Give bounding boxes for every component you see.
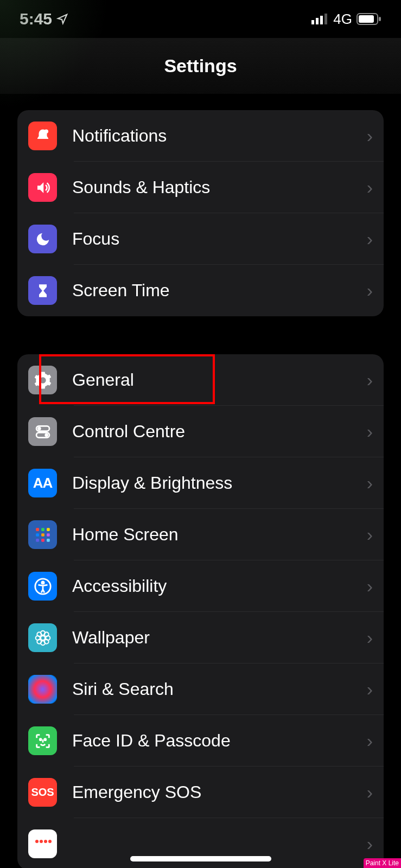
row-label: Sounds & Haptics	[72, 177, 367, 197]
network-label: 4G	[333, 11, 352, 28]
row-label: Face ID & Passcode	[72, 731, 367, 751]
gear-icon	[28, 366, 57, 394]
svg-rect-1	[316, 18, 319, 24]
row-label: Home Screen	[72, 525, 367, 545]
svg-rect-18	[36, 539, 39, 542]
apps-icon	[28, 520, 57, 549]
chevron-right-icon: ›	[367, 228, 373, 250]
svg-rect-17	[47, 533, 50, 537]
siri-icon	[28, 675, 57, 704]
svg-rect-2	[320, 16, 323, 24]
row-general[interactable]: General ›	[17, 354, 384, 406]
home-indicator[interactable]	[130, 856, 271, 861]
status-bar: 5:45 4G	[0, 0, 401, 38]
row-focus[interactable]: Focus ›	[17, 213, 384, 265]
row-homescreen[interactable]: Home Screen ›	[17, 509, 384, 560]
row-label: Notifications	[72, 126, 367, 146]
row-accessibility[interactable]: Accessibility ›	[17, 560, 384, 612]
svg-rect-13	[41, 528, 44, 531]
svg-point-9	[37, 426, 41, 430]
aa-icon: AA	[28, 469, 57, 497]
chevron-right-icon: ›	[367, 782, 373, 803]
svg-rect-5	[359, 15, 374, 23]
hourglass-icon	[28, 276, 57, 305]
row-controlcentre[interactable]: Control Centre ›	[17, 406, 384, 457]
accessibility-icon	[28, 572, 57, 601]
chevron-right-icon: ›	[367, 177, 373, 198]
row-display[interactable]: AA Display & Brightness ›	[17, 457, 384, 509]
svg-rect-20	[47, 539, 50, 542]
row-screentime[interactable]: Screen Time ›	[17, 265, 384, 316]
chevron-right-icon: ›	[367, 280, 373, 301]
row-label: Screen Time	[72, 280, 367, 301]
svg-point-37	[48, 840, 52, 843]
moon-icon	[28, 225, 57, 253]
location-icon	[56, 13, 68, 25]
status-left: 5:45	[20, 10, 68, 28]
chevron-right-icon: ›	[367, 576, 373, 597]
settings-group-2: General › Control Centre › AA Display & …	[17, 354, 384, 868]
chevron-right-icon: ›	[367, 730, 373, 751]
svg-point-36	[44, 840, 47, 843]
row-label: Emergency SOS	[72, 782, 367, 802]
svg-point-34	[35, 840, 39, 843]
svg-point-32	[40, 738, 41, 740]
status-right: 4G	[311, 11, 381, 28]
chevron-right-icon: ›	[367, 125, 373, 146]
battery-icon	[357, 13, 381, 25]
svg-point-7	[44, 129, 48, 133]
row-faceid[interactable]: Face ID & Passcode ›	[17, 715, 384, 767]
bell-icon	[28, 122, 57, 150]
chevron-right-icon: ›	[367, 421, 373, 442]
row-label: Control Centre	[72, 422, 367, 442]
row-notifications[interactable]: Notifications ›	[17, 110, 384, 162]
svg-rect-14	[47, 528, 50, 531]
row-sounds[interactable]: Sounds & Haptics ›	[17, 162, 384, 213]
row-label: Focus	[72, 229, 367, 249]
watermark: Paint X Lite	[364, 858, 401, 868]
chevron-right-icon: ›	[367, 627, 373, 648]
svg-rect-12	[36, 528, 39, 531]
row-sos[interactable]: SOS Emergency SOS ›	[17, 767, 384, 818]
row-label: General	[72, 370, 367, 390]
clock: 5:45	[20, 10, 52, 28]
svg-rect-3	[324, 14, 327, 24]
chevron-right-icon: ›	[367, 369, 373, 391]
chevron-right-icon: ›	[367, 524, 373, 545]
svg-point-33	[44, 738, 46, 740]
flower-icon	[28, 623, 57, 652]
svg-rect-16	[41, 533, 44, 537]
page-title: Settings	[0, 38, 401, 94]
row-wallpaper[interactable]: Wallpaper ›	[17, 612, 384, 663]
exposure-icon	[28, 829, 57, 858]
svg-point-35	[40, 840, 43, 843]
cellular-icon	[311, 14, 329, 24]
svg-point-23	[41, 636, 45, 640]
svg-point-11	[44, 433, 48, 437]
chevron-right-icon: ›	[367, 473, 373, 494]
row-label: Display & Brightness	[72, 473, 367, 493]
sos-icon: SOS	[28, 778, 57, 807]
chevron-right-icon: ›	[367, 679, 373, 700]
row-label: Accessibility	[72, 576, 367, 596]
svg-rect-6	[379, 17, 381, 21]
face-icon	[28, 726, 57, 755]
svg-rect-15	[36, 533, 39, 537]
settings-group-1: Notifications › Sounds & Haptics › Focus…	[17, 110, 384, 316]
speaker-icon	[28, 173, 57, 202]
svg-rect-0	[311, 20, 314, 24]
row-label: Wallpaper	[72, 628, 367, 648]
svg-point-22	[41, 581, 43, 583]
chevron-right-icon: ›	[367, 833, 373, 854]
row-siri[interactable]: Siri & Search ›	[17, 663, 384, 715]
svg-rect-19	[41, 539, 44, 542]
toggles-icon	[28, 417, 57, 446]
row-label: Siri & Search	[72, 679, 367, 699]
